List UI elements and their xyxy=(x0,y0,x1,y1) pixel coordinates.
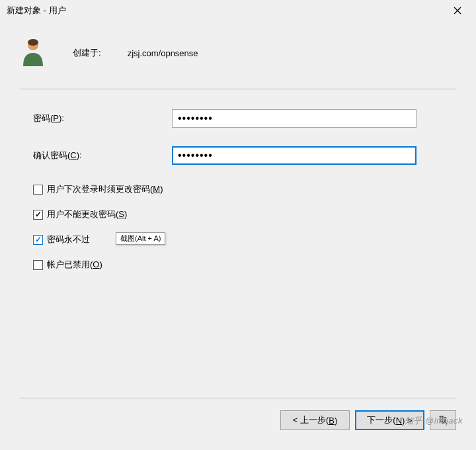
cannot-change-checkbox[interactable] xyxy=(33,210,43,220)
titlebar: 新建对象 - 用户 xyxy=(0,0,476,21)
cancel-button[interactable]: 取 xyxy=(430,410,456,430)
confirm-password-row: 确认密码(C): xyxy=(33,146,456,165)
close-icon xyxy=(454,7,461,15)
create-path: zjsj.com/opnsense xyxy=(128,48,198,58)
back-button[interactable]: < 上一步(B) xyxy=(280,410,350,430)
account-disabled-label: 帐户已禁用(O) xyxy=(47,259,102,271)
close-button[interactable] xyxy=(446,1,469,20)
next-button[interactable]: 下一步(N) > xyxy=(355,410,424,430)
screenshot-tooltip: 截图(Alt + A) xyxy=(116,232,165,245)
create-in-label: 创建于: xyxy=(73,47,101,59)
dialog-window: 新建对象 - 用户 创建于: zjsj.com/opnsense xyxy=(0,0,476,450)
never-expires-label: 密码永不过 xyxy=(47,234,90,246)
must-change-label: 用户下次登录时须更改密码(M) xyxy=(47,183,163,195)
confirm-password-label: 确认密码(C): xyxy=(33,150,172,161)
password-row: 密码(P): xyxy=(33,109,456,128)
account-disabled-row[interactable]: 帐户已禁用(O) xyxy=(33,259,456,271)
checkbox-group: 用户下次登录时须更改密码(M) 用户不能更改密码(S) 密码永不过 截图(Alt… xyxy=(20,183,456,271)
confirm-password-input[interactable] xyxy=(172,146,416,165)
password-input[interactable] xyxy=(172,109,416,128)
never-expires-row[interactable]: 密码永不过 截图(Alt + A) xyxy=(33,234,456,246)
cannot-change-password-row[interactable]: 用户不能更改密码(S) xyxy=(33,208,456,220)
window-title: 新建对象 - 用户 xyxy=(7,5,446,17)
button-bar: < 上一步(B) 下一步(N) > 取 xyxy=(20,398,456,430)
never-expires-checkbox[interactable] xyxy=(33,235,43,245)
header-row: 创建于: zjsj.com/opnsense xyxy=(20,37,456,89)
svg-point-3 xyxy=(28,39,38,46)
form: 密码(P): 确认密码(C): xyxy=(20,109,456,165)
account-disabled-checkbox[interactable] xyxy=(33,260,43,270)
cannot-change-label: 用户不能更改密码(S) xyxy=(47,208,127,220)
dialog-body: 创建于: zjsj.com/opnsense 密码(P): 确认密码(C): xyxy=(0,21,476,271)
password-label: 密码(P): xyxy=(33,112,172,124)
must-change-checkbox[interactable] xyxy=(33,185,43,195)
must-change-password-row[interactable]: 用户下次登录时须更改密码(M) xyxy=(33,183,456,195)
user-icon xyxy=(20,37,46,69)
